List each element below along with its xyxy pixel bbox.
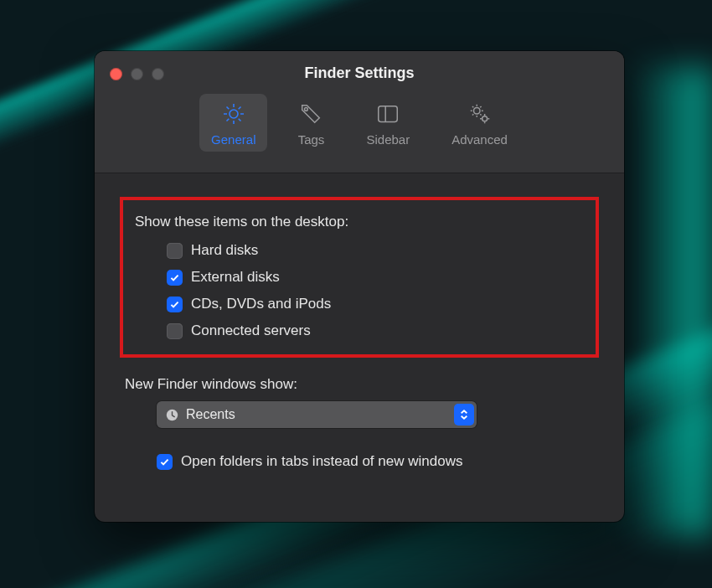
close-button[interactable] (110, 68, 122, 80)
clock-icon (165, 408, 179, 422)
tag-icon (297, 101, 324, 127)
tab-label: Advanced (451, 132, 508, 147)
gears-icon (467, 101, 493, 127)
tab-sidebar[interactable]: Sidebar (354, 94, 421, 152)
tab-label: Sidebar (366, 132, 410, 147)
checkbox-row-external-disks: External disks (167, 269, 587, 286)
tab-tags[interactable]: Tags (286, 94, 336, 152)
finder-settings-window: Finder Settings General T (95, 51, 624, 522)
tab-label: General (211, 132, 255, 147)
open-in-tabs-checkbox[interactable] (157, 454, 173, 470)
servers-checkbox[interactable] (167, 323, 183, 339)
settings-tabs: General Tags Sidebar (95, 94, 624, 152)
hard-disks-checkbox[interactable] (167, 243, 183, 259)
tab-general[interactable]: General (199, 94, 267, 152)
new-finder-select[interactable]: Recents (157, 401, 477, 428)
svg-point-4 (473, 108, 480, 115)
content-area: Show these items on the desktop: Hard di… (95, 173, 624, 470)
checkbox-label: CDs, DVDs and iPods (191, 296, 331, 312)
cds-checkbox[interactable] (167, 297, 183, 312)
checkbox-label: Connected servers (191, 322, 311, 339)
new-finder-select-wrap: Recents (157, 401, 599, 428)
checkbox-label: Hard disks (191, 242, 258, 259)
titlebar: Finder Settings General T (95, 51, 624, 173)
checkbox-row-tabs: Open folders in tabs instead of new wind… (157, 453, 599, 470)
tab-label: Tags (298, 132, 325, 147)
wallpaper-glow (628, 67, 712, 536)
svg-point-0 (230, 110, 238, 118)
checkbox-row-servers: Connected servers (167, 322, 587, 339)
svg-rect-2 (379, 106, 398, 122)
svg-point-5 (482, 116, 487, 121)
minimize-button[interactable] (131, 68, 143, 80)
new-finder-label: New Finder windows show: (125, 376, 599, 393)
checkbox-label: External disks (191, 269, 280, 286)
window-controls (110, 68, 164, 80)
zoom-button[interactable] (152, 68, 164, 80)
checkbox-label: Open folders in tabs instead of new wind… (181, 453, 462, 470)
sidebar-icon (374, 101, 401, 127)
svg-point-1 (305, 108, 308, 111)
checkbox-row-cds: CDs, DVDs and iPods (167, 296, 587, 312)
select-value: Recents (186, 407, 235, 422)
gear-icon (220, 101, 247, 127)
tab-advanced[interactable]: Advanced (440, 94, 519, 152)
window-title: Finder Settings (95, 51, 624, 82)
annotation-highlight: Show these items on the desktop: Hard di… (120, 197, 599, 358)
external-disks-checkbox[interactable] (167, 270, 183, 286)
desktop-items-label: Show these items on the desktop: (135, 214, 587, 230)
checkbox-row-hard-disks: Hard disks (167, 242, 587, 259)
select-stepper-icon (454, 404, 474, 426)
